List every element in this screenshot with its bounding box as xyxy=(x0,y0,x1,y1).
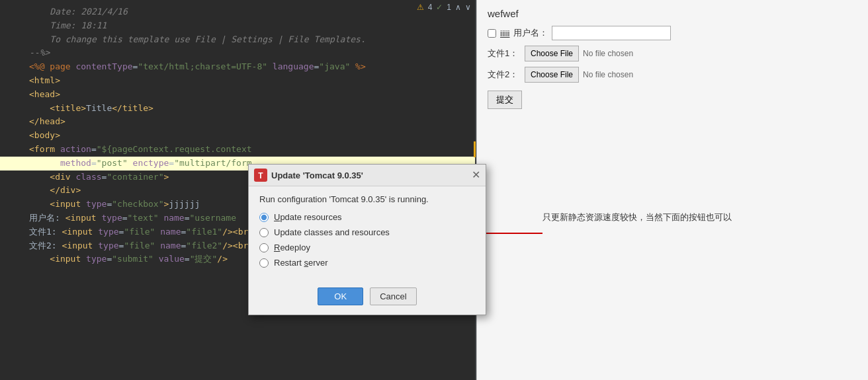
dialog-body: Run configuration 'Tomcat 9.0.35' is run… xyxy=(249,186,486,281)
dialog-overlay: 只更新静态资源速度较快，当然下面的按钮也可以 T Update 'Tomcat … xyxy=(0,0,868,380)
dialog-footer: OK Cancel xyxy=(249,281,486,315)
dialog-close-button[interactable]: ✕ xyxy=(472,170,480,180)
dialog-title: Update 'Tomcat 9.0.35' xyxy=(271,171,468,180)
radio-redeploy-label: Redeploy xyxy=(274,243,310,252)
dialog-titlebar: T Update 'Tomcat 9.0.35' ✕ xyxy=(249,165,486,186)
ok-button[interactable]: OK xyxy=(318,287,363,305)
radio-update-resources[interactable]: Update resources xyxy=(259,212,475,222)
dialog-message: Run configuration 'Tomcat 9.0.35' is run… xyxy=(259,194,475,204)
radio-restart-server[interactable]: Restart server xyxy=(259,258,475,268)
radio-update-resources-label: Update resources xyxy=(274,212,342,222)
radio-redeploy-input[interactable] xyxy=(259,243,269,252)
main-container: ⚠ 4 ✓ 1 ∧ ∨ Date: 2021/4/16 Time: 18:11 … xyxy=(0,0,868,380)
update-dialog: T Update 'Tomcat 9.0.35' ✕ Run configura… xyxy=(248,164,486,315)
radio-update-classes-input[interactable] xyxy=(259,228,269,237)
radio-update-resources-input[interactable] xyxy=(259,213,269,222)
radio-redeploy[interactable]: Redeploy xyxy=(259,243,475,252)
radio-restart-server-input[interactable] xyxy=(259,258,269,268)
radio-restart-server-label: Restart server xyxy=(274,258,328,268)
radio-update-classes-label: Update classes and resources xyxy=(274,227,390,237)
cancel-button[interactable]: Cancel xyxy=(370,287,416,305)
annotation-text: 只更新静态资源速度较快，当然下面的按钮也可以 xyxy=(542,211,732,223)
tomcat-icon: T xyxy=(254,169,267,182)
svg-text:T: T xyxy=(258,171,263,180)
radio-update-classes[interactable]: Update classes and resources xyxy=(259,227,475,237)
